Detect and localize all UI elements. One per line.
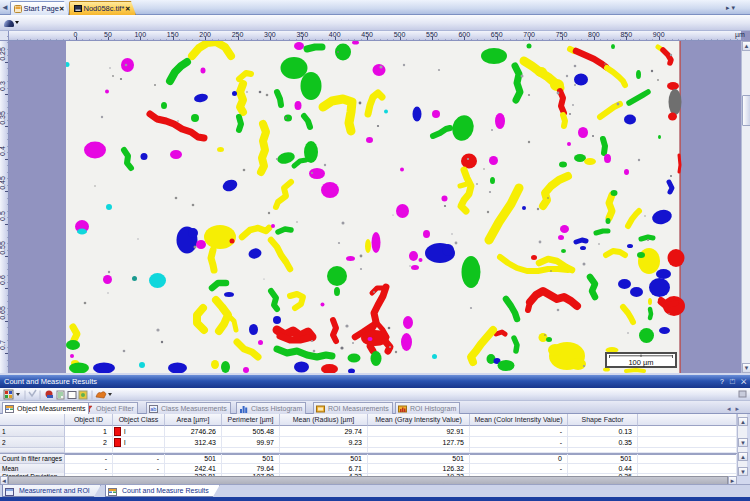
svg-text:100 µm: 100 µm — [628, 358, 653, 367]
svg-text:ab: ab — [150, 406, 156, 412]
